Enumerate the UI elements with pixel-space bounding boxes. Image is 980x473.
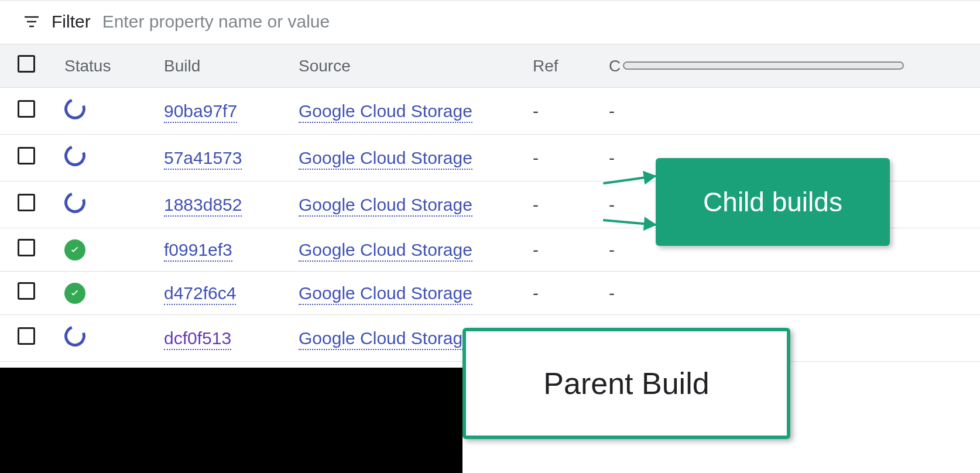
- row-checkbox[interactable]: [18, 100, 35, 118]
- col-c[interactable]: C: [609, 44, 980, 88]
- filter-icon: [22, 12, 41, 31]
- ref-cell: -: [533, 88, 609, 135]
- table-header-row: Status Build Source Ref C: [0, 44, 980, 88]
- ref-cell: -: [533, 228, 609, 272]
- spinner-icon: [61, 322, 89, 350]
- build-link[interactable]: 57a41573: [164, 148, 242, 170]
- spinner-icon: [61, 188, 89, 217]
- success-icon: [64, 283, 85, 304]
- build-link[interactable]: 1883d852: [164, 195, 242, 217]
- ref-cell: -: [533, 181, 609, 228]
- table-row: d472f6c4Google Cloud Storage--: [0, 272, 980, 315]
- build-link[interactable]: dcf0f513: [164, 328, 231, 350]
- spinner-icon: [61, 142, 89, 170]
- col-status[interactable]: Status: [64, 44, 164, 88]
- c-cell: -: [609, 272, 980, 315]
- c-cell: -: [609, 88, 980, 135]
- filter-label: Filter: [52, 12, 91, 32]
- source-link[interactable]: Google Cloud Storage: [299, 148, 472, 170]
- source-link[interactable]: Google Cloud Storage: [299, 240, 472, 262]
- source-link[interactable]: Google Cloud Storage: [299, 195, 472, 217]
- select-all-checkbox[interactable]: [18, 55, 35, 73]
- col-ref[interactable]: Ref: [533, 44, 609, 88]
- ref-cell: -: [533, 135, 609, 181]
- callout-child-builds: Child builds: [656, 158, 890, 246]
- ref-cell: -: [533, 272, 609, 315]
- row-checkbox[interactable]: [18, 147, 35, 164]
- black-region: [0, 368, 462, 473]
- source-link[interactable]: Google Cloud Storage: [299, 283, 472, 305]
- success-icon: [64, 239, 85, 261]
- spinner-icon: [61, 95, 89, 123]
- source-link[interactable]: Google Cloud Storage: [299, 101, 472, 123]
- row-checkbox[interactable]: [18, 194, 35, 211]
- col-source[interactable]: Source: [299, 44, 533, 88]
- horizontal-scrollbar[interactable]: [623, 61, 904, 70]
- filter-input[interactable]: [101, 11, 962, 32]
- row-checkbox[interactable]: [18, 239, 35, 256]
- callout-parent-text: Parent Build: [543, 366, 709, 401]
- filter-bar: Filter: [0, 0, 980, 44]
- col-c-label: C: [609, 57, 621, 75]
- row-checkbox[interactable]: [18, 282, 35, 300]
- build-link[interactable]: d472f6c4: [164, 283, 236, 305]
- row-checkbox[interactable]: [18, 327, 35, 345]
- col-build[interactable]: Build: [164, 44, 299, 88]
- callout-child-text: Child builds: [703, 186, 842, 218]
- build-link[interactable]: f0991ef3: [164, 240, 232, 262]
- source-link[interactable]: Google Cloud Storage: [299, 328, 472, 350]
- table-row: 90ba97f7Google Cloud Storage--: [0, 88, 980, 135]
- build-link[interactable]: 90ba97f7: [164, 101, 237, 123]
- callout-parent-build: Parent Build: [462, 328, 790, 439]
